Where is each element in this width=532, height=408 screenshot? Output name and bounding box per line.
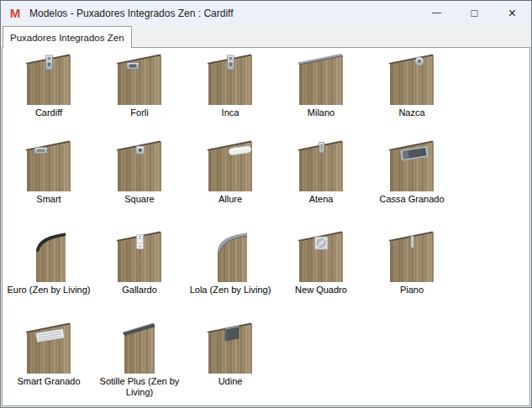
model-thumbnail [287, 52, 355, 107]
model-item[interactable]: Smart [3, 139, 94, 229]
model-thumbnail [15, 139, 82, 194]
model-label: Gallardo [122, 285, 157, 296]
model-thumbnail [287, 229, 355, 285]
model-label: Euro (Zen by Living) [7, 285, 90, 296]
model-item[interactable]: Inca [185, 52, 276, 139]
model-item[interactable]: Gallardo [94, 229, 185, 321]
model-label: Smart Granado [17, 376, 80, 387]
app-m-icon: M [8, 7, 22, 20]
modelos-window: M Modelos - Puxadores Integrados Zen : C… [0, 0, 532, 408]
model-item[interactable]: Allure [185, 139, 276, 229]
model-thumbnail [15, 321, 82, 376]
model-label: Forli [130, 107, 148, 118]
window-controls: — □ × [418, 1, 531, 25]
model-item[interactable]: Euro (Zen by Living) [3, 229, 94, 321]
model-item[interactable]: Square [94, 139, 185, 229]
minimize-button[interactable]: — [418, 1, 456, 25]
model-label: Piano [400, 285, 424, 296]
model-label: New Quadro [295, 285, 347, 296]
model-item[interactable]: Atena [276, 139, 366, 229]
models-row: CardiffForliIncaMilanoNazca [3, 52, 529, 139]
models-row: SmartSquareAllureAtenaCassa Granado [3, 139, 529, 229]
model-label: Lola (Zen by Living) [190, 285, 271, 296]
model-label: Atena [309, 194, 334, 205]
model-item[interactable]: New Quadro [276, 229, 366, 321]
model-label: Sotille Plus (Zen by Living) [95, 376, 184, 398]
model-thumbnail [197, 139, 264, 194]
model-thumbnail [15, 229, 82, 285]
model-label: Cassa Granado [379, 194, 444, 205]
model-item[interactable]: Milano [276, 52, 366, 139]
model-label: Square [124, 194, 154, 205]
maximize-button[interactable]: □ [456, 1, 493, 25]
model-thumbnail [378, 52, 445, 107]
model-thumbnail [287, 139, 355, 194]
models-row: Euro (Zen by Living)GallardoLola (Zen by… [3, 229, 529, 321]
model-item[interactable]: Forli [94, 52, 185, 139]
window-title: Modelos - Puxadores Integrados Zen : Car… [29, 8, 234, 19]
model-item[interactable]: Lola (Zen by Living) [185, 229, 276, 321]
model-item[interactable]: Sotille Plus (Zen by Living) [94, 321, 185, 406]
model-item[interactable]: Cassa Granado [366, 139, 457, 229]
models-grid: CardiffForliIncaMilanoNazcaSmartSquareAl… [2, 47, 530, 406]
model-item[interactable]: Udine [185, 321, 276, 406]
model-thumbnail [197, 52, 264, 107]
model-label: Milano [308, 107, 334, 118]
model-label: Allure [219, 194, 242, 205]
model-thumbnail [197, 321, 264, 376]
model-label: Inca [222, 107, 240, 118]
model-item[interactable]: Cardiff [3, 52, 94, 139]
model-thumbnail [15, 52, 82, 107]
model-item[interactable]: Smart Granado [3, 321, 94, 406]
title-bar[interactable]: M Modelos - Puxadores Integrados Zen : C… [1, 1, 531, 25]
model-thumbnail [378, 229, 445, 285]
model-thumbnail [106, 229, 173, 285]
model-label: Cardiff [35, 107, 62, 118]
model-thumbnail [106, 139, 173, 194]
close-button[interactable]: × [493, 1, 531, 25]
model-item[interactable]: Piano [366, 229, 457, 321]
model-label: Smart [36, 194, 61, 205]
model-label: Udine [219, 376, 243, 387]
tab-strip: Puxadores Integrados Zen [1, 25, 531, 47]
model-thumbnail [106, 52, 173, 107]
tab-puxadores-integrados-zen[interactable]: Puxadores Integrados Zen [3, 26, 132, 48]
models-row: Smart GranadoSotille Plus (Zen by Living… [3, 321, 529, 406]
model-thumbnail [378, 139, 445, 194]
model-item[interactable]: Nazca [366, 52, 457, 139]
model-thumbnail [197, 229, 264, 285]
model-label: Nazca [398, 107, 424, 118]
model-thumbnail [106, 321, 173, 376]
